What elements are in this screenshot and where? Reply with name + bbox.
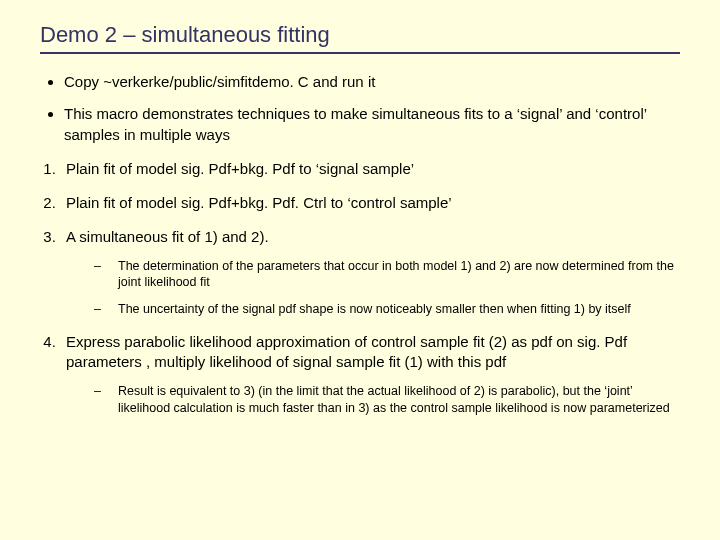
step-subs: The determination of the parameters that…: [66, 258, 680, 319]
step-item: Express parabolic likelihood approximati…: [60, 332, 680, 416]
step-text: Plain fit of model sig. Pdf+bkg. Pdf. Ct…: [66, 194, 452, 211]
slide: Demo 2 – simultaneous fitting Copy ~verk…: [0, 0, 720, 450]
intro-bullet: Copy ~verkerke/public/simfitdemo. C and …: [64, 72, 680, 92]
sub-item: The determination of the parameters that…: [94, 258, 680, 292]
slide-title: Demo 2 – simultaneous fitting: [40, 22, 680, 54]
step-text: A simultaneous fit of 1) and 2).: [66, 228, 269, 245]
sub-item: The uncertainty of the signal pdf shape …: [94, 301, 680, 318]
intro-bullets: Copy ~verkerke/public/simfitdemo. C and …: [40, 72, 680, 145]
step-item: Plain fit of model sig. Pdf+bkg. Pdf. Ct…: [60, 193, 680, 213]
step-text: Express parabolic likelihood approximati…: [66, 333, 627, 370]
sub-item: Result is equivalent to 3) (in the limit…: [94, 383, 680, 417]
numbered-steps: Plain fit of model sig. Pdf+bkg. Pdf to …: [40, 159, 680, 417]
step-text: Plain fit of model sig. Pdf+bkg. Pdf to …: [66, 160, 414, 177]
step-item: Plain fit of model sig. Pdf+bkg. Pdf to …: [60, 159, 680, 179]
step-subs: Result is equivalent to 3) (in the limit…: [66, 383, 680, 417]
step-item: A simultaneous fit of 1) and 2). The det…: [60, 227, 680, 318]
intro-bullet: This macro demonstrates techniques to ma…: [64, 104, 680, 145]
